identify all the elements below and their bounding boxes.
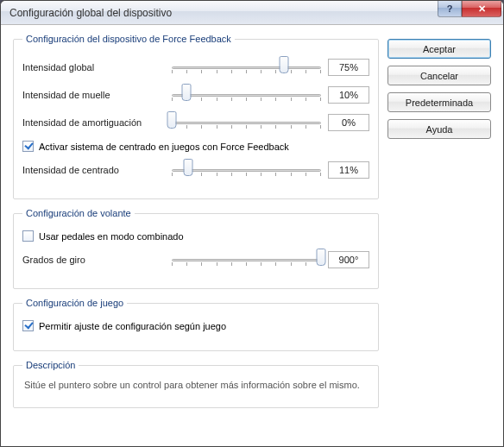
left-column: Configuración del dispositivo de Force F… <box>13 34 379 417</box>
rotation-slider[interactable] <box>172 250 321 269</box>
spring-strength-label: Intensidad de muelle <box>22 90 165 100</box>
damper-strength-slider[interactable] <box>172 113 321 132</box>
window-title: Configuración global del dispositivo <box>9 7 172 19</box>
wheel-group: Configuración de volante Usar pedales en… <box>13 208 379 289</box>
description-text: Sitúe el puntero sobre un control para o… <box>22 377 369 397</box>
ok-button[interactable]: Aceptar <box>387 39 491 59</box>
slider-thumb[interactable] <box>317 249 326 266</box>
description-legend: Descripción <box>22 360 79 370</box>
defaults-button[interactable]: Predeterminada <box>387 92 491 112</box>
dialog-window: Configuración global del dispositivo ? ✕… <box>0 0 504 447</box>
rotation-label: Grados de giro <box>22 255 165 265</box>
overall-strength-row: Intensidad global 75% <box>22 58 369 77</box>
rotation-row: Grados de giro 900° <box>22 250 369 269</box>
damper-strength-value: 0% <box>328 114 369 131</box>
centering-checkbox-row: Activar sistema de centrado en juegos co… <box>22 141 369 152</box>
client-area: Configuración del dispositivo de Force F… <box>1 25 503 425</box>
close-icon[interactable]: ✕ <box>462 1 501 17</box>
spring-strength-slider[interactable] <box>172 85 321 104</box>
combined-pedals-label: Usar pedales en modo combinado <box>39 231 184 242</box>
centering-checkbox[interactable] <box>22 141 34 152</box>
centering-strength-label: Intensidad de centrado <box>22 165 165 175</box>
centering-checkbox-label: Activar sistema de centrado en juegos co… <box>39 142 289 152</box>
allow-game-row: Permitir ajuste de configuración según j… <box>22 320 369 331</box>
help-button[interactable]: Ayuda <box>387 119 491 139</box>
titlebar[interactable]: Configuración global del dispositivo ? ✕ <box>1 1 503 25</box>
damper-strength-row: Intensidad de amortiguación 0% <box>22 113 369 132</box>
spring-strength-row: Intensidad de muelle 10% <box>22 85 369 104</box>
help-icon[interactable]: ? <box>438 1 462 17</box>
damper-strength-label: Intensidad de amortiguación <box>22 117 165 128</box>
force-feedback-group: Configuración del dispositivo de Force F… <box>13 34 379 199</box>
centering-strength-row: Intensidad de centrado 11% <box>22 161 369 179</box>
description-group: Descripción Sitúe el puntero sobre un co… <box>13 360 379 408</box>
wheel-legend: Configuración de volante <box>22 208 135 218</box>
centering-strength-value: 11% <box>328 161 369 179</box>
game-legend: Configuración de juego <box>22 298 127 308</box>
rotation-value: 900° <box>328 251 369 268</box>
slider-thumb[interactable] <box>182 84 192 101</box>
centering-strength-slider[interactable] <box>172 161 321 179</box>
button-column: Aceptar Cancelar Predeterminada Ayuda <box>387 34 491 417</box>
combined-pedals-row: Usar pedales en modo combinado <box>22 230 369 242</box>
force-feedback-legend: Configuración del dispositivo de Force F… <box>22 34 235 44</box>
allow-game-label: Permitir ajuste de configuración según j… <box>39 321 226 331</box>
slider-thumb[interactable] <box>184 159 193 176</box>
window-buttons: ? ✕ <box>438 1 501 17</box>
overall-strength-label: Intensidad global <box>22 62 165 72</box>
cancel-button[interactable]: Cancelar <box>387 66 491 85</box>
game-group: Configuración de juego Permitir ajuste d… <box>13 298 379 351</box>
slider-thumb[interactable] <box>167 111 177 129</box>
spring-strength-value: 10% <box>328 86 369 104</box>
slider-thumb[interactable] <box>279 56 288 73</box>
overall-strength-slider[interactable] <box>172 58 321 77</box>
combined-pedals-checkbox[interactable] <box>22 230 34 242</box>
overall-strength-value: 75% <box>328 59 369 76</box>
allow-game-checkbox[interactable] <box>22 320 34 331</box>
